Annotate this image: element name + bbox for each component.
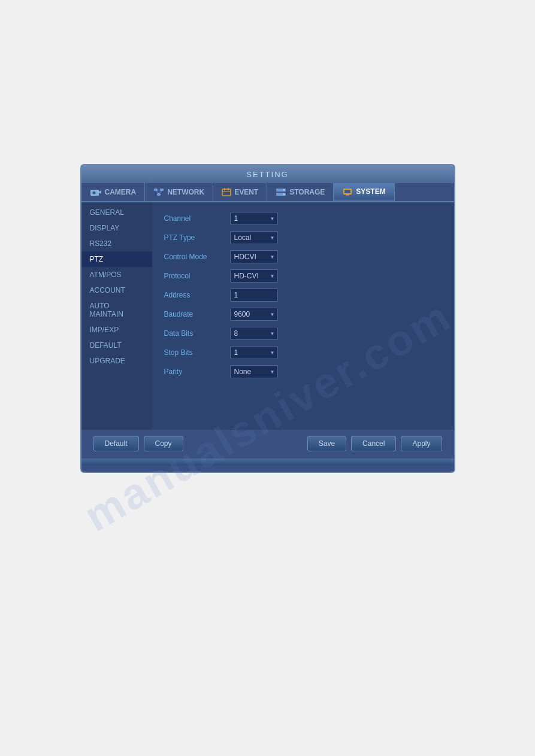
form-row-control-mode: Control Mode HDCVI Coaxial Serial Port — [164, 250, 442, 263]
sidebar-item-auto-maintain[interactable]: AUTO MAINTAIN — [81, 298, 152, 322]
select-channel[interactable]: 1 2 3 4 — [230, 212, 278, 225]
control-channel: 1 2 3 4 — [230, 212, 278, 225]
sidebar-item-upgrade[interactable]: UPGRADE — [81, 353, 152, 369]
sidebar: GENERAL DISPLAY RS232 PTZ ATM/POS ACCOUN… — [81, 202, 152, 430]
select-stop-bits[interactable]: 1 2 — [230, 346, 278, 359]
sidebar-item-default[interactable]: DEFAULT — [81, 338, 152, 353]
sidebar-item-account[interactable]: ACCOUNT — [81, 283, 152, 298]
tab-network-label: NETWORK — [167, 188, 204, 196]
svg-rect-4 — [160, 189, 164, 191]
content-area: GENERAL DISPLAY RS232 PTZ ATM/POS ACCOUN… — [81, 202, 454, 430]
default-button[interactable]: Default — [93, 436, 139, 451]
button-row: Default Copy Save Cancel Apply — [81, 430, 454, 455]
select-baudrate[interactable]: 1200 2400 4800 9600 19200 38400 — [230, 308, 278, 321]
control-protocol: HD-CVI PELCO-D PELCO-P — [230, 269, 278, 283]
copy-button[interactable]: Copy — [144, 436, 183, 451]
setting-dialog: SETTING CAMERA — [80, 164, 455, 473]
label-control-mode: Control Mode — [164, 253, 230, 261]
svg-line-6 — [156, 191, 159, 193]
select-wrapper-baudrate[interactable]: 1200 2400 4800 9600 19200 38400 — [230, 308, 278, 321]
select-wrapper-parity[interactable]: None Odd Even Mark Space — [230, 365, 278, 378]
tabs-row: CAMERA NETWORK — [81, 183, 454, 202]
storage-icon — [276, 188, 286, 196]
svg-rect-18 — [346, 195, 349, 196]
svg-point-2 — [92, 191, 95, 194]
dialog-title: SETTING — [246, 170, 288, 179]
sidebar-item-display[interactable]: DISPLAY — [81, 220, 152, 236]
select-wrapper-channel[interactable]: 1 2 3 4 — [230, 212, 278, 225]
form-area: Channel 1 2 3 4 — [152, 202, 454, 430]
tab-system[interactable]: SYSTEM — [334, 183, 394, 201]
tab-event-label: EVENT — [234, 188, 258, 196]
svg-point-15 — [283, 193, 285, 195]
input-address[interactable] — [230, 289, 278, 302]
form-row-channel: Channel 1 2 3 4 — [164, 212, 442, 225]
control-parity: None Odd Even Mark Space — [230, 365, 278, 378]
svg-rect-8 — [222, 189, 231, 196]
control-ptz-type: Local Remote — [230, 231, 278, 244]
control-stop-bits: 1 2 — [230, 346, 278, 359]
system-icon — [342, 187, 353, 196]
form-row-protocol: Protocol HD-CVI PELCO-D PELCO-P — [164, 269, 442, 283]
apply-button[interactable]: Apply — [401, 436, 442, 451]
form-row-address: Address — [164, 289, 442, 302]
title-bar: SETTING — [81, 165, 454, 183]
button-group-left: Default Copy — [93, 436, 183, 451]
svg-rect-5 — [157, 193, 161, 196]
form-row-stop-bits: Stop Bits 1 2 — [164, 346, 442, 359]
sidebar-item-ptz[interactable]: PTZ — [81, 251, 152, 267]
button-group-right: Save Cancel Apply — [307, 436, 442, 451]
select-control-mode[interactable]: HDCVI Coaxial Serial Port — [230, 250, 278, 263]
camera-icon — [90, 188, 102, 196]
select-wrapper-stop-bits[interactable]: 1 2 — [230, 346, 278, 359]
svg-rect-17 — [344, 190, 350, 193]
tab-system-label: SYSTEM — [356, 187, 385, 196]
sidebar-item-imp-exp[interactable]: IMP/EXP — [81, 322, 152, 338]
cancel-button[interactable]: Cancel — [351, 436, 396, 451]
sidebar-item-general[interactable]: GENERAL — [81, 205, 152, 220]
select-wrapper-data-bits[interactable]: 5 6 7 8 — [230, 327, 278, 340]
label-address: Address — [164, 291, 230, 299]
page-wrapper: manualsniver.com SETTING CAMERA — [0, 0, 535, 756]
tab-storage[interactable]: STORAGE — [267, 183, 334, 201]
form-row-parity: Parity None Odd Even Mark Space — [164, 365, 442, 378]
tab-storage-label: STORAGE — [289, 188, 325, 196]
event-icon — [222, 188, 231, 196]
form-row-ptz-type: PTZ Type Local Remote — [164, 231, 442, 244]
label-channel: Channel — [164, 214, 230, 223]
select-data-bits[interactable]: 5 6 7 8 — [230, 327, 278, 340]
label-baudrate: Baudrate — [164, 310, 230, 318]
label-data-bits: Data Bits — [164, 329, 230, 338]
sidebar-item-rs232[interactable]: RS232 — [81, 236, 152, 251]
tab-camera[interactable]: CAMERA — [81, 183, 146, 201]
sidebar-item-atm-pos[interactable]: ATM/POS — [81, 267, 152, 283]
form-row-baudrate: Baudrate 1200 2400 4800 9600 19200 38400 — [164, 308, 442, 321]
select-protocol[interactable]: HD-CVI PELCO-D PELCO-P — [230, 269, 278, 283]
control-control-mode: HDCVI Coaxial Serial Port — [230, 250, 278, 263]
control-address — [230, 289, 278, 302]
svg-rect-3 — [154, 189, 158, 191]
select-wrapper-ptz-type[interactable]: Local Remote — [230, 231, 278, 244]
footer-bar — [81, 459, 454, 466]
svg-line-7 — [159, 191, 162, 193]
select-ptz-type[interactable]: Local Remote — [230, 231, 278, 244]
label-protocol: Protocol — [164, 272, 230, 280]
select-parity[interactable]: None Odd Even Mark Space — [230, 365, 278, 378]
control-data-bits: 5 6 7 8 — [230, 327, 278, 340]
svg-point-14 — [283, 189, 285, 190]
tab-camera-label: CAMERA — [105, 188, 137, 196]
tab-event[interactable]: EVENT — [213, 183, 267, 201]
select-wrapper-control-mode[interactable]: HDCVI Coaxial Serial Port — [230, 250, 278, 263]
label-stop-bits: Stop Bits — [164, 348, 230, 357]
form-row-data-bits: Data Bits 5 6 7 8 — [164, 327, 442, 340]
label-parity: Parity — [164, 368, 230, 376]
label-ptz-type: PTZ Type — [164, 233, 230, 242]
network-icon — [153, 188, 164, 196]
save-button[interactable]: Save — [307, 436, 346, 451]
svg-marker-1 — [99, 190, 101, 194]
control-baudrate: 1200 2400 4800 9600 19200 38400 — [230, 308, 278, 321]
select-wrapper-protocol[interactable]: HD-CVI PELCO-D PELCO-P — [230, 269, 278, 283]
tab-network[interactable]: NETWORK — [145, 183, 213, 201]
